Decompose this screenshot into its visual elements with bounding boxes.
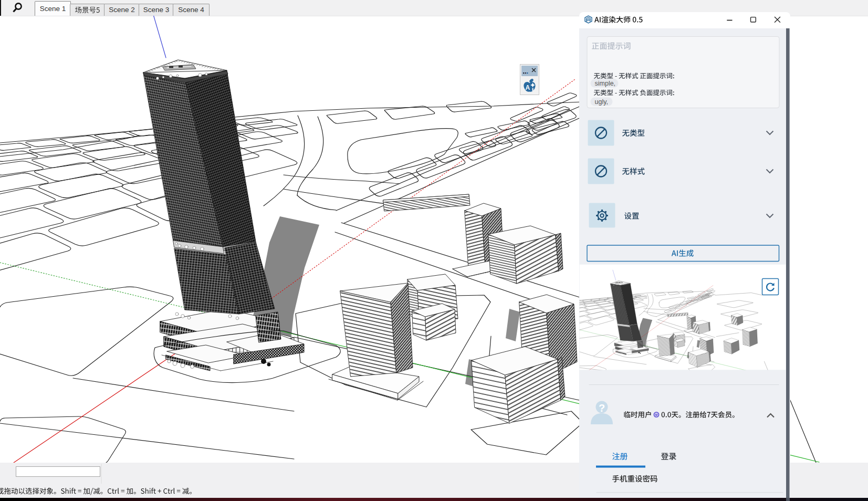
svg-text:simple,: simple, <box>595 80 616 87</box>
svg-text:A: A <box>526 84 530 91</box>
svg-text:ugly,: ugly, <box>595 98 608 106</box>
svg-text:?: ? <box>599 402 605 414</box>
